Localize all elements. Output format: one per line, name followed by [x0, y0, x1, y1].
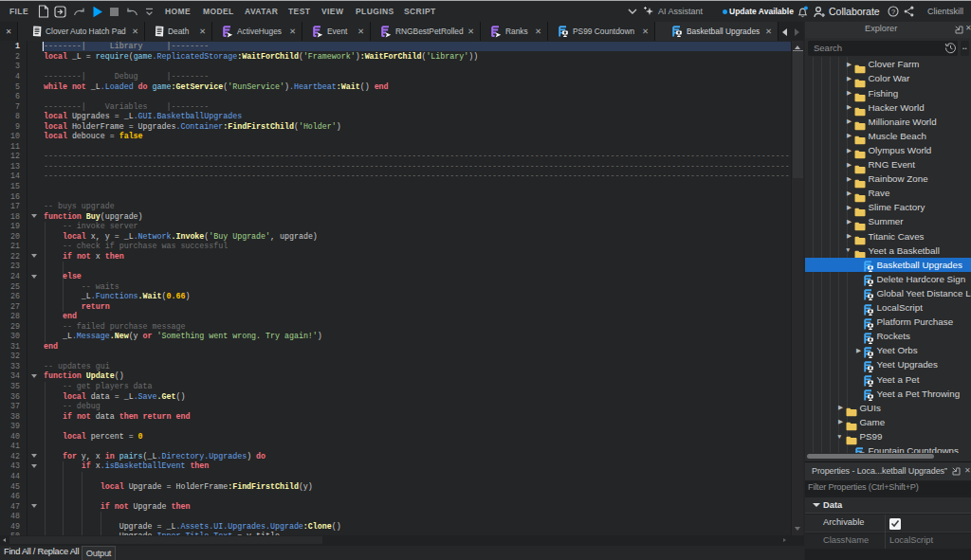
- svg-text:?: ?: [891, 8, 895, 16]
